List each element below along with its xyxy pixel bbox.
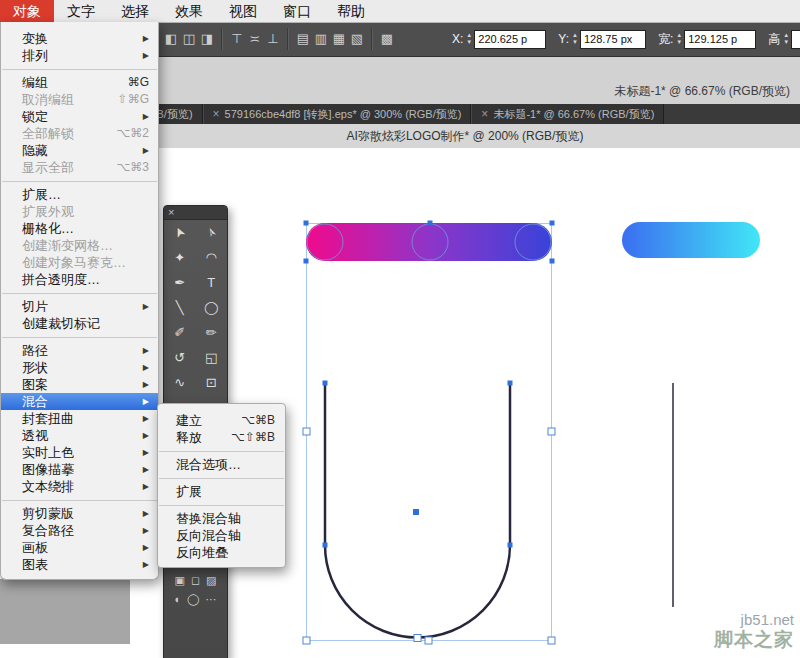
close-icon[interactable]: × bbox=[168, 207, 174, 218]
pen-tool[interactable]: ✒ bbox=[164, 270, 196, 295]
tools-panel-header[interactable]: × bbox=[164, 206, 227, 220]
vertical-align-top-icon[interactable]: ⊤ bbox=[228, 28, 246, 50]
pencil-tool[interactable]: ✏ bbox=[196, 320, 228, 345]
menu-separator bbox=[2, 69, 157, 70]
menu-item-artboards[interactable]: 画板▶ bbox=[1, 539, 158, 556]
menu-item-arrange[interactable]: 排列▶ bbox=[1, 47, 158, 64]
menu-item-slice[interactable]: 切片▶ bbox=[1, 298, 158, 315]
menu-item-rasterize[interactable]: 栅格化… bbox=[1, 220, 158, 237]
blend-submenu: 建立⌥⌘B 释放⌥⇧⌘B 混合选项… 扩展 替换混合轴 反向混合轴 反向堆叠 bbox=[157, 403, 286, 568]
rotate-tool[interactable]: ↺ bbox=[164, 345, 196, 370]
menu-item-create-crop-marks[interactable]: 创建裁切标记 bbox=[1, 315, 158, 332]
menu-item-transform[interactable]: 变换▶ bbox=[1, 30, 158, 47]
magic-wand-tool[interactable]: ✦ bbox=[164, 245, 196, 270]
menu-item-clipping-mask[interactable]: 剪切蒙版▶ bbox=[1, 505, 158, 522]
menu-item-envelope-distort[interactable]: 封套扭曲▶ bbox=[1, 410, 158, 427]
draw-normal-icon[interactable]: ▣ bbox=[175, 574, 185, 587]
submenu-item-blend-expand[interactable]: 扩展 bbox=[158, 483, 285, 500]
screen-mode-icon[interactable]: ◐ bbox=[175, 593, 182, 606]
screen-mode-full-icon[interactable]: ◯ bbox=[187, 593, 199, 606]
menubar-item-view[interactable]: 视图 bbox=[216, 0, 270, 22]
grid-icon[interactable]: ▩ bbox=[378, 28, 396, 50]
height-input[interactable] bbox=[791, 30, 800, 49]
menu-item-perspective[interactable]: 透视▶ bbox=[1, 427, 158, 444]
stepper-up-icon[interactable]: ▲ bbox=[572, 32, 578, 39]
menu-item-lock[interactable]: 锁定▶ bbox=[1, 108, 158, 125]
menu-item-shape[interactable]: 形状▶ bbox=[1, 359, 158, 376]
menubar-label: 帮助 bbox=[337, 3, 365, 19]
type-tool[interactable]: T bbox=[196, 270, 228, 295]
menu-item-flatten-transparency[interactable]: 拼合透明度… bbox=[1, 271, 158, 288]
width-stepper[interactable]: ▲ ▼ bbox=[676, 32, 682, 46]
menu-item-image-trace[interactable]: 图像描摹▶ bbox=[1, 461, 158, 478]
draw-behind-icon[interactable]: ◻ bbox=[191, 574, 200, 587]
document-tab-eps[interactable]: × 579166cbe4df8 [转换].eps* @ 300% (RGB/预览… bbox=[203, 104, 472, 124]
submenu-item-reverse-spine[interactable]: 反向混合轴 bbox=[158, 527, 285, 544]
width-input[interactable] bbox=[684, 30, 756, 49]
menu-item-pattern[interactable]: 图案▶ bbox=[1, 376, 158, 393]
document-tab-untitled[interactable]: × 未标题-1* @ 66.67% (RGB/预览) bbox=[471, 104, 664, 124]
y-stepper[interactable]: ▲ ▼ bbox=[572, 32, 578, 46]
stepper-up-icon[interactable]: ▲ bbox=[676, 32, 682, 39]
x-input[interactable] bbox=[474, 30, 546, 49]
stepper-down-icon[interactable]: ▼ bbox=[783, 39, 789, 46]
menu-item-graph[interactable]: 图表▶ bbox=[1, 556, 158, 573]
menubar-item-help[interactable]: 帮助 bbox=[324, 0, 378, 22]
background-window-titlebar[interactable]: 未标题-1* @ 66.67% (RGB/预览) bbox=[130, 56, 800, 104]
submenu-item-blend-make[interactable]: 建立⌥⌘B bbox=[158, 412, 285, 429]
width-tool[interactable]: ∿ bbox=[164, 370, 196, 395]
line-tool[interactable]: ╲ bbox=[164, 295, 196, 320]
stepper-up-icon[interactable]: ▲ bbox=[783, 32, 789, 39]
free-transform-tool[interactable]: ⊡ bbox=[196, 370, 228, 395]
ellipse-tool[interactable]: ◯ bbox=[196, 295, 228, 320]
menubar-item-effect[interactable]: 效果 bbox=[162, 0, 216, 22]
draw-inside-icon[interactable]: ▨ bbox=[206, 574, 216, 587]
menu-item-create-gradient-mesh: 创建渐变网格… bbox=[1, 237, 158, 254]
horizontal-align-center-icon[interactable]: ◫ bbox=[180, 28, 198, 50]
scale-tool[interactable]: ◱ bbox=[196, 345, 228, 370]
menubar-item-window[interactable]: 窗口 bbox=[270, 0, 324, 22]
menubar-item-object[interactable]: 对象 bbox=[0, 0, 54, 22]
distribute-top-icon[interactable]: ▤ bbox=[294, 28, 312, 50]
selection-tool[interactable]: ➤ bbox=[164, 220, 196, 245]
distribute-bottom-icon[interactable]: ▦ bbox=[330, 28, 348, 50]
menu-item-expand[interactable]: 扩展… bbox=[1, 186, 158, 203]
height-stepper[interactable]: ▲ ▼ bbox=[783, 32, 789, 46]
front-window-titlebar[interactable]: AI弥散炫彩LOGO制作* @ 200% (RGB/预览) bbox=[130, 124, 800, 149]
distribute-center-icon[interactable]: ▥ bbox=[312, 28, 330, 50]
distribute-spacing-icon[interactable]: ▧ bbox=[348, 28, 366, 50]
menu-item-group[interactable]: 编组⌘G bbox=[1, 74, 158, 91]
y-input[interactable] bbox=[580, 30, 646, 49]
lasso-tool[interactable]: ◠ bbox=[196, 245, 228, 270]
menubar-item-type[interactable]: 文字 bbox=[54, 0, 108, 22]
more-options-icon[interactable]: ⋯ bbox=[205, 593, 216, 606]
direct-selection-tool[interactable]: ➢ bbox=[196, 220, 228, 245]
stepper-down-icon[interactable]: ▼ bbox=[572, 39, 578, 46]
submenu-item-blend-release[interactable]: 释放⌥⇧⌘B bbox=[158, 429, 285, 446]
menu-item-blend[interactable]: 混合▶ bbox=[1, 393, 158, 410]
menu-item-path[interactable]: 路径▶ bbox=[1, 342, 158, 359]
submenu-arrow-icon: ▶ bbox=[143, 30, 149, 47]
horizontal-align-left-icon[interactable]: ◧ bbox=[162, 28, 180, 50]
stepper-down-icon[interactable]: ▼ bbox=[466, 39, 472, 46]
vertical-align-bottom-icon[interactable]: ⊥ bbox=[264, 28, 282, 50]
menu-item-compound-path[interactable]: 复合路径▶ bbox=[1, 522, 158, 539]
stepper-up-icon[interactable]: ▲ bbox=[466, 32, 472, 39]
submenu-item-replace-spine[interactable]: 替换混合轴 bbox=[158, 510, 285, 527]
menu-item-live-paint[interactable]: 实时上色▶ bbox=[1, 444, 158, 461]
width-label: 宽: bbox=[658, 31, 673, 48]
submenu-item-reverse-front-to-back[interactable]: 反向堆叠 bbox=[158, 544, 285, 561]
menu-item-text-wrap[interactable]: 文本绕排▶ bbox=[1, 478, 158, 495]
x-label: X: bbox=[452, 32, 463, 46]
tab-close-icon[interactable]: × bbox=[213, 107, 220, 121]
paintbrush-tool[interactable]: ✐ bbox=[164, 320, 196, 345]
x-stepper[interactable]: ▲ ▼ bbox=[466, 32, 472, 46]
tab-close-icon[interactable]: × bbox=[481, 107, 488, 121]
stepper-down-icon[interactable]: ▼ bbox=[676, 39, 682, 46]
menu-item-label: 创建裁切标记 bbox=[22, 315, 100, 332]
vertical-align-center-icon[interactable]: ≍ bbox=[246, 28, 264, 50]
horizontal-align-right-icon[interactable]: ◨ bbox=[198, 28, 216, 50]
menubar-item-select[interactable]: 选择 bbox=[108, 0, 162, 22]
submenu-item-blend-options[interactable]: 混合选项… bbox=[158, 456, 285, 473]
menu-item-hide[interactable]: 隐藏▶ bbox=[1, 142, 158, 159]
